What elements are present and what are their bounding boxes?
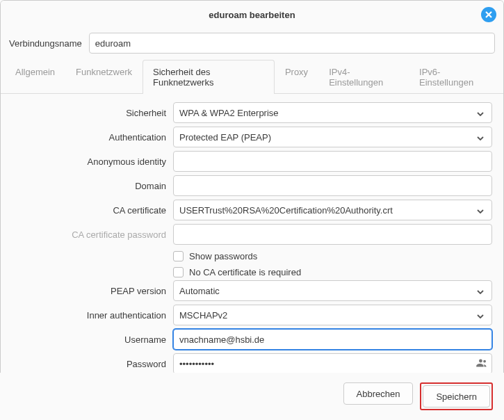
- username-input[interactable]: [173, 329, 492, 350]
- tab-allgemein[interactable]: Allgemein: [5, 60, 65, 94]
- window-title: eduroam bearbeiten: [209, 10, 295, 20]
- connection-name-input[interactable]: [89, 33, 495, 54]
- save-button[interactable]: Speichern: [423, 385, 490, 407]
- chevron-down-icon: [475, 132, 486, 143]
- username-label: Username: [12, 334, 173, 345]
- chevron-down-icon: [475, 205, 486, 216]
- tabs: Allgemein Funknetzwerk Sicherheit des Fu…: [1, 59, 503, 94]
- tab-proxy[interactable]: Proxy: [275, 60, 318, 94]
- tab-funknetzwerk[interactable]: Funknetzwerk: [65, 60, 143, 94]
- anon-identity-input[interactable]: [173, 151, 492, 172]
- security-select[interactable]: WPA & WPA2 Enterprise: [173, 102, 492, 123]
- ca-cert-pw-label: CA certificate password: [12, 229, 173, 240]
- ca-cert-value: USERTrust%20RSA%20Certification%20Author…: [179, 205, 393, 216]
- domain-label: Domain: [12, 181, 173, 191]
- password-input[interactable]: [173, 353, 492, 374]
- users-icon[interactable]: [475, 357, 487, 371]
- save-highlight: Speichern: [420, 382, 493, 410]
- inner-auth-select[interactable]: MSCHAPv2: [173, 305, 492, 325]
- inner-auth-label: Inner authentication: [12, 310, 173, 321]
- chevron-down-icon: [475, 310, 486, 321]
- authentication-label: Authentication: [12, 132, 173, 143]
- ca-cert-select[interactable]: USERTrust%20RSA%20Certification%20Author…: [173, 200, 492, 220]
- titlebar: eduroam bearbeiten: [1, 1, 503, 29]
- connection-name-label: Verbindungsname: [9, 38, 82, 49]
- tab-sicherheit[interactable]: Sicherheit des Funknetzwerks: [143, 60, 275, 94]
- authentication-value: Protected EAP (PEAP): [179, 132, 271, 143]
- security-label: Sicherheit: [12, 108, 173, 118]
- connection-name-row: Verbindungsname: [1, 29, 503, 58]
- chevron-down-icon: [475, 286, 486, 296]
- no-ca-required-checkbox[interactable]: [173, 267, 184, 277]
- peap-version-value: Automatic: [179, 286, 220, 296]
- ca-cert-pw-input: [173, 224, 492, 245]
- peap-version-label: PEAP version: [12, 286, 173, 296]
- no-ca-required-label: No CA certificate is required: [189, 267, 301, 277]
- tab-ipv4[interactable]: IPv4-Einstellungen: [318, 60, 409, 94]
- chevron-down-icon: [475, 108, 486, 118]
- peap-version-select[interactable]: Automatic: [173, 280, 492, 301]
- dialog-footer: Abbrechen Speichern: [0, 373, 504, 420]
- show-passwords-label: Show passwords: [189, 251, 257, 261]
- show-passwords-checkbox[interactable]: [173, 251, 184, 261]
- password-label: Password: [12, 359, 173, 369]
- security-form: Sicherheit WPA & WPA2 Enterprise Authent…: [1, 94, 503, 399]
- anon-identity-label: Anonymous identity: [12, 156, 173, 167]
- inner-auth-value: MSCHAPv2: [179, 310, 227, 321]
- authentication-select[interactable]: Protected EAP (PEAP): [173, 127, 492, 147]
- tab-ipv6[interactable]: IPv6-Einstellungen: [409, 60, 499, 94]
- domain-input[interactable]: [173, 175, 492, 196]
- security-value: WPA & WPA2 Enterprise: [179, 108, 279, 118]
- cancel-button[interactable]: Abbrechen: [343, 382, 414, 405]
- ca-cert-label: CA certificate: [12, 205, 173, 216]
- close-icon: [485, 11, 492, 18]
- close-button[interactable]: [481, 7, 496, 22]
